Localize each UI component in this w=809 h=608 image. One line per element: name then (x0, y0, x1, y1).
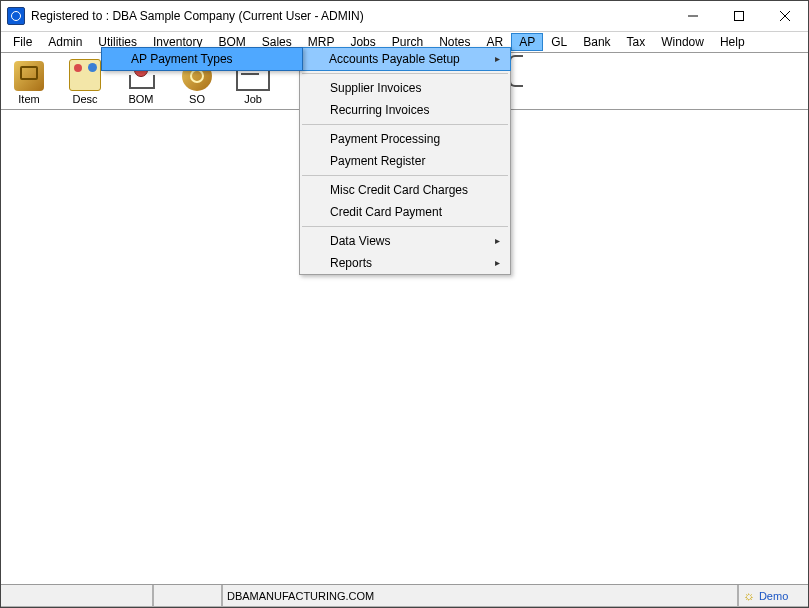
menu-ap[interactable]: AP (511, 33, 543, 51)
menu-separator (302, 175, 508, 176)
submenu-arrow-icon: ▸ (495, 235, 500, 246)
ap-menu-item[interactable]: Payment Register (300, 150, 510, 172)
svg-rect-1 (735, 12, 744, 21)
ap-menu-item[interactable]: Misc Credit Card Charges (300, 179, 510, 201)
menu-separator (302, 124, 508, 125)
ap-menu-item[interactable]: Data Views▸ (300, 230, 510, 252)
menu-help[interactable]: Help (712, 33, 753, 51)
titlebar: Registered to : DBA Sample Company (Curr… (1, 1, 808, 32)
ap-setup-flyout: AP Payment Types (101, 47, 303, 71)
menu-bank[interactable]: Bank (575, 33, 618, 51)
toolbar-icon-peek (509, 55, 523, 87)
desc-icon (69, 59, 101, 91)
item-icon (14, 61, 44, 91)
statusbar-cell-1 (1, 585, 153, 607)
submenu-arrow-icon: ▸ (495, 53, 500, 64)
menu-separator (302, 226, 508, 227)
ap-menu-item[interactable]: Accounts Payable Setup▸ (299, 47, 511, 71)
bulb-icon: ☼ (743, 588, 755, 603)
minimize-button[interactable] (670, 1, 716, 31)
close-button[interactable] (762, 1, 808, 31)
menu-gl[interactable]: GL (543, 33, 575, 51)
menu-separator (302, 73, 508, 74)
window-title: Registered to : DBA Sample Company (Curr… (31, 9, 670, 23)
demo-label: Demo (759, 590, 788, 602)
app-icon (7, 7, 25, 25)
toolbar-label: SO (189, 93, 205, 105)
ap-menu-item[interactable]: Recurring Invoices (300, 99, 510, 121)
ap-menu-item[interactable]: Reports▸ (300, 252, 510, 274)
menu-file[interactable]: File (5, 33, 40, 51)
toolbar-label: Desc (72, 93, 97, 105)
menu-admin[interactable]: Admin (40, 33, 90, 51)
statusbar-url: DBAMANUFACTURING.COM (222, 585, 738, 607)
ap-menu-item[interactable]: Supplier Invoices (300, 77, 510, 99)
ap-menu-item[interactable]: Credit Card Payment (300, 201, 510, 223)
toolbar-item-button[interactable]: Item (1, 55, 57, 105)
menu-window[interactable]: Window (653, 33, 712, 51)
statusbar-cell-2 (153, 585, 222, 607)
toolbar-label: Job (244, 93, 262, 105)
maximize-button[interactable] (716, 1, 762, 31)
ap-dropdown-menu: Accounts Payable Setup▸Supplier Invoices… (299, 47, 511, 275)
menu-tax[interactable]: Tax (619, 33, 654, 51)
app-window: Registered to : DBA Sample Company (Curr… (0, 0, 809, 608)
ap-menu-item[interactable]: Payment Processing (300, 128, 510, 150)
submenu-arrow-icon: ▸ (495, 257, 500, 268)
statusbar-demo[interactable]: ☼ Demo (738, 585, 808, 607)
toolbar-label: Item (18, 93, 39, 105)
window-controls (670, 1, 808, 31)
ap-setup-menu-item[interactable]: AP Payment Types (101, 47, 303, 71)
statusbar: DBAMANUFACTURING.COM ☼ Demo (1, 584, 808, 607)
toolbar-label: BOM (128, 93, 153, 105)
